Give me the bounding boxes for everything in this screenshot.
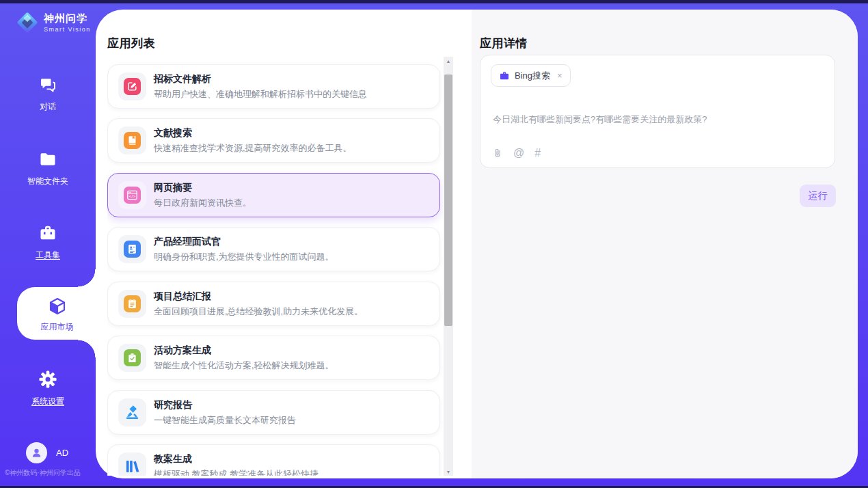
sidebar-item-smart-folder[interactable]: 智能文件夹 [0, 150, 96, 187]
app-card-desc: 一键智能生成高质量长文本研究报告 [154, 414, 296, 426]
app-card-tender-analysis[interactable]: 招标文件解析 帮助用户快速、准确地理解和解析招标书中的关键信息 [107, 64, 440, 109]
app-card-title: 招标文件解析 [154, 73, 367, 85]
app-card-desc: 智能生成个性化活动方案,轻松解决规划难题。 [154, 360, 334, 372]
run-button[interactable]: 运行 [800, 185, 836, 207]
app-card-research-report[interactable]: 研究报告 一键智能生成高质量长文本研究报告 [107, 390, 440, 435]
folder-icon [38, 159, 57, 171]
app-list: 招标文件解析 帮助用户快速、准确地理解和解析招标书中的关键信息 文献搜索 快速精… [107, 57, 443, 476]
user-profile[interactable]: AD [26, 442, 68, 463]
sidebar-item-app-market-active[interactable]: 应用市场 [17, 287, 97, 340]
app-window: 应用列表 招标文件解析 帮助用户快速、准确地理解和解析招标书中的关键信息 文献搜… [0, 0, 868, 488]
app-card-title: 项目总结汇报 [154, 290, 363, 303]
logo-subtitle: Smart Vision [44, 26, 91, 33]
sidebar-item-label: 工具集 [0, 249, 96, 261]
app-list-panel: 应用列表 招标文件解析 帮助用户快速、准确地理解和解析招标书中的关键信息 文献搜… [96, 10, 472, 478]
app-card-title: 网页摘要 [154, 182, 252, 194]
chat-icon [38, 85, 57, 96]
prompt-card[interactable]: Bing搜索 × 今日湖北有哪些新闻要点?有哪些需要关注的最新政策? @ # [480, 55, 835, 168]
paperclip-icon[interactable] [492, 148, 503, 159]
sidebar-item-label: 对话 [0, 101, 96, 113]
chip-close-icon[interactable]: × [557, 70, 562, 81]
app-card-desc: 帮助用户快速、准确地理解和解析招标书中的关键信息 [154, 88, 367, 100]
app-card-web-summary-selected[interactable]: </> 网页摘要 每日政府新闻资讯快查。 [107, 173, 440, 217]
sidebar-item-label: 系统设置 [0, 396, 96, 407]
copyright-text: ©神州数码·神州问学出品 [5, 468, 81, 478]
notepad-icon [118, 290, 146, 318]
scrollbar-thumb[interactable] [444, 74, 452, 326]
sidebar: 神州问学 Smart Vision 对话 智能文件夹 工具集 应用市场 系统设置… [0, 0, 96, 488]
browser-code-icon: </> [118, 181, 146, 209]
app-detail-panel: 应用详情 Bing搜索 × 今日湖北有哪些新闻要点?有哪些需要关注的最新政策? … [472, 10, 858, 478]
app-card-desc: 模板驱动,教案秒成,教学准备从此轻松快捷 [154, 468, 318, 476]
clipboard-check-icon [118, 344, 146, 372]
cube-icon [47, 307, 68, 318]
app-card-literature-search[interactable]: 文献搜索 快速精准查找学术资源,提高研究效率的必备工具。 [107, 118, 440, 163]
sidebar-item-chat[interactable]: 对话 [0, 75, 96, 113]
user-name: AD [56, 448, 68, 458]
scrollbar[interactable]: ▲ ▼ [444, 57, 453, 476]
microscope-icon [118, 398, 146, 426]
app-list-title: 应用列表 [107, 36, 155, 51]
person-icon[interactable] [26, 442, 47, 463]
app-card-title: 产品经理面试官 [154, 236, 334, 248]
interview-doc-icon [118, 235, 146, 263]
gear-icon [38, 379, 57, 391]
app-card-lesson-plan[interactable]: 教案生成 模板驱动,教案秒成,教学准备从此轻松快捷 [107, 444, 440, 476]
book-icon [118, 126, 146, 154]
app-card-desc: 全面回顾项目进展,总结经验教训,助力未来优化发展。 [154, 306, 363, 318]
content-panel: 应用列表 招标文件解析 帮助用户快速、准确地理解和解析招标书中的关键信息 文献搜… [96, 10, 858, 478]
app-card-title: 文献搜索 [154, 127, 352, 139]
app-card-project-summary[interactable]: 项目总结汇报 全面回顾项目进展,总结经验教训,助力未来优化发展。 [107, 282, 440, 326]
app-card-event-plan[interactable]: 活动方案生成 智能生成个性化活动方案,轻松解决规划难题。 [107, 336, 440, 380]
app-card-title: 研究报告 [154, 399, 296, 411]
logo-diamond-icon [15, 10, 40, 35]
app-card-desc: 明确身份和职责,为您提供专业性的面试问题。 [154, 251, 334, 263]
sidebar-item-settings[interactable]: 系统设置 [0, 370, 96, 407]
books-icon [118, 452, 146, 476]
scroll-down-icon[interactable]: ▼ [444, 467, 453, 476]
sidebar-item-label: 智能文件夹 [0, 176, 96, 187]
hash-icon[interactable]: # [534, 148, 541, 159]
prompt-text[interactable]: 今日湖北有哪些新闻要点?有哪些需要关注的最新政策? [493, 113, 822, 126]
tool-chip-label: Bing搜索 [515, 70, 550, 82]
app-card-title: 活动方案生成 [154, 344, 334, 357]
app-logo: 神州问学 Smart Vision [15, 10, 91, 35]
tool-chip-bing-search[interactable]: Bing搜索 × [491, 64, 571, 87]
sidebar-item-toolset[interactable]: 工具集 [0, 223, 96, 261]
app-card-title: 教案生成 [154, 453, 318, 465]
app-card-desc: 快速精准查找学术资源,提高研究效率的必备工具。 [154, 142, 352, 154]
app-detail-title: 应用详情 [480, 36, 528, 51]
toolbox-icon [38, 233, 57, 245]
logo-title: 神州问学 [44, 12, 91, 25]
edit-square-icon [118, 72, 146, 100]
at-icon[interactable]: @ [513, 148, 524, 159]
svg-text:</>: </> [129, 194, 136, 198]
briefcase-icon [499, 70, 510, 81]
sidebar-item-label: 应用市场 [17, 321, 97, 333]
composer-toolbar: @ # [492, 148, 541, 159]
app-card-pm-interviewer[interactable]: 产品经理面试官 明确身份和职责,为您提供专业性的面试问题。 [107, 227, 440, 271]
scroll-up-icon[interactable]: ▲ [444, 57, 453, 65]
app-card-desc: 每日政府新闻资讯快查。 [154, 197, 252, 209]
